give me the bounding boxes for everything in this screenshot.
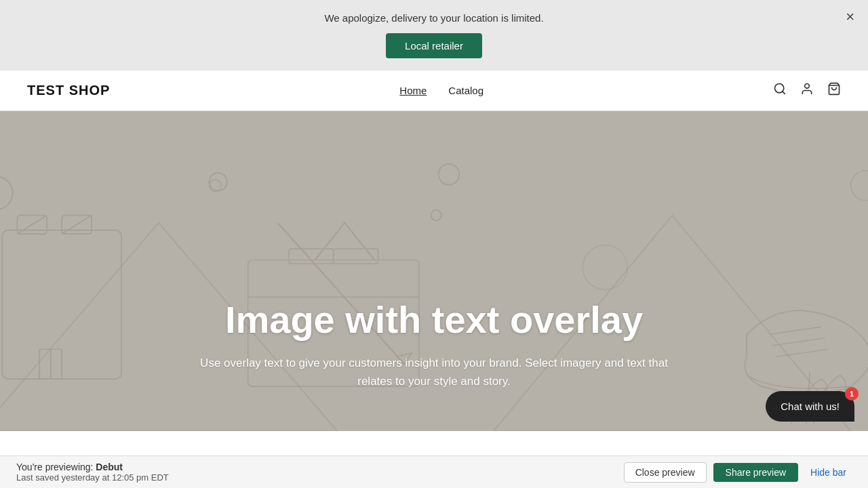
navbar: TEST SHOP Home Catalog — [0, 70, 868, 111]
hero-text-block: Image with text overlay Use overlay text… — [197, 298, 671, 390]
previewing-label: You're previewing: Debut — [16, 462, 123, 472]
svg-rect-18 — [289, 249, 334, 264]
login-button[interactable] — [800, 82, 814, 99]
preview-actions: Close preview Share preview Hide bar — [624, 462, 852, 483]
svg-point-27 — [851, 171, 868, 201]
svg-line-1 — [783, 92, 785, 94]
last-saved: Last saved yesterday at 12:05 pm EDT — [16, 472, 624, 483]
preview-bar: You're previewing: Debut Last saved yest… — [0, 455, 868, 488]
announcement-message: We apologize, delivery to your location … — [27, 12, 841, 24]
shop-title: TEST SHOP — [27, 83, 110, 98]
close-preview-button[interactable]: Close preview — [624, 462, 707, 483]
cart-button[interactable] — [827, 82, 841, 99]
nav-icons — [773, 82, 841, 99]
svg-line-8 — [62, 216, 92, 234]
svg-line-23 — [769, 327, 821, 334]
theme-name: Debut — [96, 462, 123, 472]
hide-bar-button[interactable]: Hide bar — [805, 463, 852, 482]
svg-point-14 — [431, 210, 441, 220]
cart-icon — [827, 82, 841, 96]
share-preview-button[interactable]: Share preview — [713, 463, 799, 482]
chat-label: Chat with us! — [781, 401, 840, 412]
preview-text: You're previewing: Debut Last saved yest… — [16, 462, 624, 483]
svg-point-11 — [0, 177, 13, 209]
user-icon — [800, 82, 814, 96]
svg-point-29 — [583, 245, 628, 290]
hero-section: Image with text overlay Use overlay text… — [0, 111, 868, 431]
chat-widget[interactable]: 1 Chat with us! — [766, 391, 854, 422]
local-retailer-button[interactable]: Local retailer — [386, 33, 482, 58]
nav-links: Home Catalog — [399, 85, 484, 97]
svg-point-12 — [210, 173, 227, 190]
close-announcement-button[interactable]: × — [846, 9, 854, 24]
nav-item-catalog[interactable]: Catalog — [448, 85, 484, 97]
nav-item-home[interactable]: Home — [399, 85, 427, 97]
svg-line-7 — [17, 216, 47, 234]
chat-badge: 1 — [845, 387, 859, 401]
hero-title: Image with text overlay — [197, 298, 671, 342]
search-button[interactable] — [773, 82, 787, 99]
hero-subtitle: Use overlay text to give your customers … — [197, 354, 671, 390]
svg-point-2 — [805, 84, 810, 89]
nav-link-catalog[interactable]: Catalog — [448, 85, 484, 96]
svg-point-13 — [439, 164, 460, 185]
search-icon — [773, 82, 787, 96]
announcement-bar: We apologize, delivery to your location … — [0, 0, 868, 70]
nav-link-home[interactable]: Home — [399, 85, 427, 96]
svg-line-24 — [772, 338, 825, 346]
